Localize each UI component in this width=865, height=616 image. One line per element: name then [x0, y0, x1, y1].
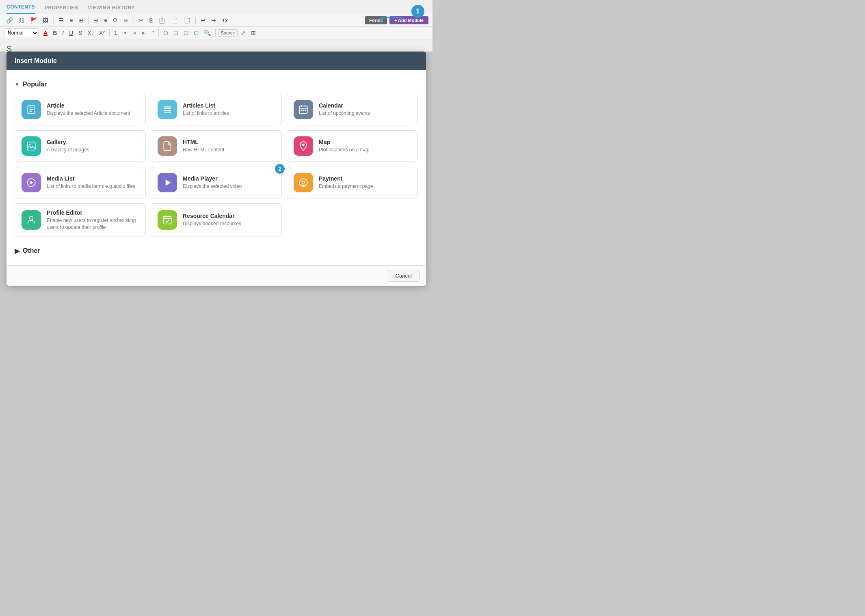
- module-card-profile-editor[interactable]: Profile Editor Enable new users to regis…: [15, 203, 146, 237]
- find-icon[interactable]: 🔍: [202, 28, 213, 37]
- module-info-gallery: Gallery A Gallery of Images: [47, 139, 89, 153]
- indent-icon[interactable]: ⇥: [130, 28, 138, 37]
- template-icon[interactable]: ⊞: [249, 28, 258, 37]
- module-desc-articles-list: List of links to articles: [183, 110, 229, 117]
- module-name-profile-editor: Profile Editor: [47, 209, 139, 216]
- bold-icon[interactable]: B: [51, 28, 59, 37]
- module-desc-profile-editor: Enable new users to register and existin…: [47, 217, 139, 231]
- undo-icon[interactable]: ↩: [199, 16, 208, 25]
- tx-icon[interactable]: Tx: [220, 16, 230, 25]
- tab-viewing-history[interactable]: VIEWING HISTORY: [88, 5, 135, 14]
- module-name-payment: Payment: [319, 175, 373, 182]
- tab-list: CONTENTS PROPERTIES VIEWING HISTORY: [6, 4, 135, 14]
- module-info-profile-editor: Profile Editor Enable new users to regis…: [47, 209, 139, 231]
- paste3-icon[interactable]: 📑: [182, 16, 192, 25]
- source-icon[interactable]: Source: [218, 29, 238, 37]
- outdent-icon[interactable]: ⇤: [140, 28, 149, 37]
- align-center-icon[interactable]: ⬡: [171, 28, 180, 37]
- module-info-payment: Payment Embeds a payment page: [319, 175, 373, 190]
- module-name-articles-list: Articles List: [183, 102, 229, 109]
- module-icon-media-list: [22, 173, 41, 192]
- list2-icon[interactable]: ≡: [67, 16, 75, 25]
- image-icon[interactable]: 🖼: [41, 16, 50, 25]
- ul-icon[interactable]: •: [122, 28, 128, 37]
- module-name-media-list: Media List: [47, 175, 135, 182]
- tab-bar: CONTENTS PROPERTIES VIEWING HISTORY: [0, 0, 432, 14]
- module-icon-gallery: [22, 136, 41, 156]
- module-name-article: Article: [47, 102, 130, 109]
- superscript-icon[interactable]: X²: [97, 28, 107, 37]
- svg-marker-19: [30, 181, 34, 185]
- other-chevron-icon: ▶: [15, 247, 19, 255]
- module-card-articles-list[interactable]: Articles List List of links to articles: [151, 94, 282, 125]
- module-name-gallery: Gallery: [47, 139, 89, 145]
- module-desc-media-list: List of links to media items e.g.audio f…: [47, 183, 135, 190]
- other-section-header[interactable]: ▶ Other: [15, 243, 418, 259]
- module-info-resource-calendar: Resource Calendar Displays booked resour…: [183, 213, 241, 227]
- module-card-media-list[interactable]: Media List List of links to media items …: [15, 167, 146, 198]
- strikethrough-icon[interactable]: S: [76, 28, 84, 37]
- omega-icon[interactable]: Ω: [111, 16, 119, 25]
- tab-contents[interactable]: CONTENTS: [6, 4, 35, 14]
- align-justify-icon[interactable]: ⬡: [192, 28, 201, 37]
- module-info-media-list: Media List List of links to media items …: [47, 175, 135, 190]
- italic-icon[interactable]: I: [60, 28, 66, 37]
- module-card-media-player[interactable]: Media Player Displays the selected video…: [151, 167, 282, 198]
- blockquote-icon[interactable]: ": [150, 28, 156, 37]
- module-info-articles-list: Articles List List of links to articles: [183, 102, 229, 117]
- table-icon[interactable]: ⊟: [91, 16, 100, 25]
- popular-section-header[interactable]: ▼ Popular: [15, 77, 418, 94]
- svg-rect-12: [301, 110, 302, 111]
- svg-point-17: [302, 144, 304, 146]
- svg-rect-13: [303, 110, 304, 111]
- module-card-resource-calendar[interactable]: Resource Calendar Displays booked resour…: [151, 203, 282, 237]
- module-card-article[interactable]: Article Displays the selected Article do…: [15, 94, 146, 125]
- style-select[interactable]: Normal Heading 1 Heading 2: [4, 28, 39, 37]
- svg-rect-14: [305, 110, 306, 111]
- module-card-map[interactable]: Map Plot locations on a map: [287, 130, 418, 162]
- popular-chevron-icon: ▼: [15, 82, 19, 87]
- module-card-calendar[interactable]: Calendar List of upcoming events: [287, 94, 418, 125]
- module-name-media-player: Media Player: [183, 175, 242, 182]
- module-desc-article: Displays the selected Article document: [47, 110, 130, 117]
- subscript-icon[interactable]: X₂: [86, 28, 96, 37]
- sep-6: [158, 29, 159, 37]
- module-desc-map: Plot locations on a map: [319, 146, 370, 153]
- svg-rect-15: [27, 142, 35, 150]
- paste2-icon[interactable]: 📄: [169, 16, 180, 25]
- toolbar-row-1: 🔗 ⛓ 🚩 🖼 ☰ ≡ ⊞ ⊟ ≡ Ω ☺ ✂ ⎘ 📋 📄 📑 ↩ ↪ Tx F…: [0, 14, 432, 27]
- align-icon[interactable]: ≡: [102, 16, 109, 25]
- link-icon[interactable]: 🔗: [4, 16, 15, 25]
- insert-module-modal: Insert Module ▼ Popular Article Displays…: [6, 52, 426, 286]
- font-color-icon[interactable]: A: [41, 28, 50, 37]
- module-name-html: HTML: [183, 139, 224, 145]
- module-badge-media-player: 2: [275, 164, 285, 174]
- module-desc-html: Raw HTML content: [183, 146, 224, 153]
- paste-icon[interactable]: 📋: [156, 16, 167, 25]
- smiley-icon[interactable]: ☺: [121, 16, 131, 25]
- cancel-button[interactable]: Cancel: [388, 270, 420, 282]
- tab-properties[interactable]: PROPERTIES: [45, 5, 78, 14]
- grid-icon[interactable]: ⊞: [76, 16, 85, 25]
- ol-icon[interactable]: 1.: [112, 28, 121, 37]
- module-card-gallery[interactable]: Gallery A Gallery of Images: [15, 130, 146, 162]
- modal-body: ▼ Popular Article Displays the selected …: [6, 70, 426, 265]
- copy-icon[interactable]: ⎘: [147, 16, 155, 25]
- sep-3: [134, 17, 134, 24]
- svg-marker-20: [166, 179, 171, 185]
- maximize-icon[interactable]: ⤢: [239, 28, 248, 37]
- redo-icon[interactable]: ↪: [209, 16, 218, 25]
- unlink-icon[interactable]: ⛓: [17, 16, 26, 25]
- underline-icon[interactable]: U: [67, 28, 75, 37]
- sep-1: [53, 17, 54, 24]
- sep-5: [109, 29, 110, 37]
- module-card-html[interactable]: HTML Raw HTML content: [151, 130, 282, 162]
- editor-content: S: [0, 39, 432, 52]
- list-icon[interactable]: ☰: [56, 16, 66, 25]
- module-info-calendar: Calendar List of upcoming events: [319, 102, 370, 117]
- module-card-payment[interactable]: Payment Embeds a payment page: [287, 167, 418, 198]
- align-left-icon[interactable]: ⬡: [161, 28, 170, 37]
- align-right-icon[interactable]: ⬡: [182, 28, 190, 37]
- cut-icon[interactable]: ✂: [137, 16, 146, 25]
- flag-icon[interactable]: 🚩: [28, 16, 39, 25]
